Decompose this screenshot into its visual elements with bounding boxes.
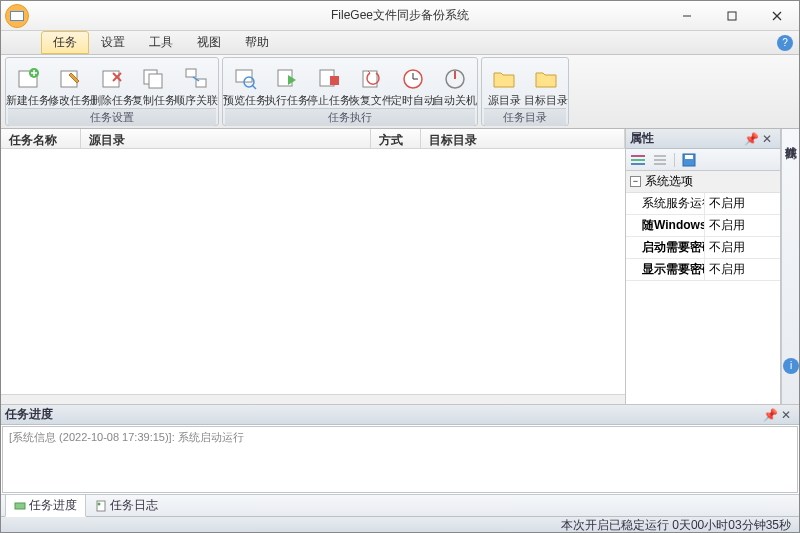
delete-task-icon — [98, 64, 126, 92]
property-row[interactable]: 显示需要密码不启用 — [626, 259, 780, 281]
task-list: 任务名称 源目录 方式 目标目录 — [1, 129, 626, 404]
stop-task-button[interactable]: 停止任务 — [309, 60, 349, 108]
col-source[interactable]: 源目录 — [81, 129, 371, 148]
new-task-icon — [14, 64, 42, 92]
svg-rect-36 — [685, 155, 693, 159]
sequence-link-button[interactable]: 顺序关联 — [176, 60, 216, 108]
col-method[interactable]: 方式 — [371, 129, 421, 148]
progress-tabs: 任务进度 任务日志 — [1, 494, 799, 516]
svg-rect-31 — [631, 163, 645, 165]
task-list-body[interactable] — [1, 149, 625, 394]
source-dir-button[interactable]: 源目录 — [484, 60, 524, 108]
svg-rect-13 — [149, 74, 162, 88]
pin-icon[interactable]: 📌 — [744, 132, 758, 146]
delete-task-button[interactable]: 删除任务 — [92, 60, 132, 108]
svg-rect-22 — [330, 76, 339, 85]
edit-task-icon — [56, 64, 84, 92]
timer-auto-icon — [399, 64, 427, 92]
progress-tab-icon — [14, 500, 26, 512]
menu-bar: 任务 设置 工具 视图 帮助 ? — [1, 31, 799, 55]
stop-task-icon — [315, 64, 343, 92]
main-area: 任务名称 源目录 方式 目标目录 属性 📌 ✕ − 系统选项 系统服务运行不启用… — [1, 129, 799, 404]
menu-help[interactable]: 帮助 — [233, 31, 281, 54]
svg-rect-29 — [631, 155, 645, 157]
svg-rect-38 — [97, 501, 105, 511]
task-list-header: 任务名称 源目录 方式 目标目录 — [1, 129, 625, 149]
properties-toolbar — [626, 149, 780, 171]
copy-task-button[interactable]: 复制任务 — [134, 60, 174, 108]
app-icon — [5, 4, 29, 28]
close-icon[interactable]: ✕ — [762, 132, 776, 146]
svg-rect-14 — [186, 69, 196, 77]
uptime-text: 本次开启已稳定运行 0天00小时03分钟35秒 — [561, 517, 791, 533]
log-entry: [系统信息 (2022-10-08 17:39:15)]: 系统启动运行 — [3, 427, 797, 448]
ribbon-group-label: 任务执行 — [225, 108, 475, 126]
title-bar: FileGee文件同步备份系统 — [1, 1, 799, 31]
menu-settings[interactable]: 设置 — [89, 31, 137, 54]
progress-header: 任务进度 📌 ✕ — [1, 405, 799, 425]
execute-task-icon — [273, 64, 301, 92]
ribbon-group-task-settings: 新建任务 修改任务 删除任务 复制任务 顺序关联 任务设置 — [5, 57, 219, 126]
ribbon-group-label: 任务设置 — [8, 108, 216, 126]
auto-shutdown-icon — [441, 64, 469, 92]
execute-task-button[interactable]: 执行任务 — [267, 60, 307, 108]
menu-tools[interactable]: 工具 — [137, 31, 185, 54]
new-task-button[interactable]: 新建任务 — [8, 60, 48, 108]
restore-file-icon — [357, 64, 385, 92]
side-help-icon[interactable]: i — [783, 358, 799, 374]
sort-icon[interactable] — [652, 153, 668, 167]
pin-icon[interactable]: 📌 — [763, 408, 777, 422]
target-dir-button[interactable]: 目标目录 — [526, 60, 566, 108]
preview-task-button[interactable]: 预览任务 — [225, 60, 265, 108]
status-bar: 本次开启已稳定运行 0天00小时03分钟35秒 — [1, 516, 799, 533]
collapse-icon[interactable]: − — [630, 176, 641, 187]
timer-auto-button[interactable]: 定时自动 — [393, 60, 433, 108]
auto-shutdown-button[interactable]: 自动关机 — [435, 60, 475, 108]
restore-file-button[interactable]: 恢复文件 — [351, 60, 391, 108]
close-button[interactable] — [754, 1, 799, 30]
preview-task-icon — [231, 64, 259, 92]
window-controls — [664, 1, 799, 30]
tab-progress[interactable]: 任务进度 — [5, 494, 86, 517]
ribbon-toolbar: 新建任务 修改任务 删除任务 复制任务 顺序关联 任务设置 — [1, 55, 799, 129]
svg-rect-1 — [728, 12, 736, 20]
edit-task-button[interactable]: 修改任务 — [50, 60, 90, 108]
minimize-button[interactable] — [664, 1, 709, 30]
ribbon-group-task-execute: 预览任务 执行任务 停止任务 恢复文件 定时自动 自动关机 — [222, 57, 478, 126]
ribbon-group-label: 任务目录 — [484, 108, 566, 126]
progress-panel: 任务进度 📌 ✕ [系统信息 (2022-10-08 17:39:15)]: 系… — [1, 404, 799, 516]
ribbon-group-task-dirs: 源目录 目标目录 任务目录 — [481, 57, 569, 126]
copy-task-icon — [140, 64, 168, 92]
properties-header: 属性 📌 ✕ — [626, 129, 780, 149]
menu-view[interactable]: 视图 — [185, 31, 233, 54]
property-category[interactable]: − 系统选项 — [626, 171, 780, 193]
property-row[interactable]: 启动需要密码不启用 — [626, 237, 780, 259]
maximize-button[interactable] — [709, 1, 754, 30]
horizontal-scrollbar[interactable] — [1, 394, 625, 404]
svg-rect-9 — [103, 71, 119, 87]
svg-rect-37 — [15, 503, 25, 509]
properties-body: − 系统选项 系统服务运行不启用 随Windows...不启用 启动需要密码不启… — [626, 171, 780, 404]
save-icon[interactable] — [681, 153, 697, 167]
property-row[interactable]: 随Windows...不启用 — [626, 215, 780, 237]
source-folder-icon — [490, 64, 518, 92]
svg-rect-30 — [631, 159, 645, 161]
side-tab-store[interactable]: 软件商城 i — [781, 129, 799, 404]
properties-panel: 属性 📌 ✕ − 系统选项 系统服务运行不启用 随Windows...不启用 启… — [626, 129, 781, 404]
log-tab-icon — [95, 500, 107, 512]
tab-log[interactable]: 任务日志 — [86, 494, 167, 517]
categorize-icon[interactable] — [630, 153, 646, 167]
target-folder-icon — [532, 64, 560, 92]
svg-point-39 — [98, 502, 101, 505]
svg-line-19 — [252, 85, 256, 89]
close-icon[interactable]: ✕ — [781, 408, 795, 422]
window-title: FileGee文件同步备份系统 — [331, 7, 469, 24]
help-icon[interactable]: ? — [777, 35, 793, 51]
sequence-link-icon — [182, 64, 210, 92]
col-target[interactable]: 目标目录 — [421, 129, 625, 148]
progress-body[interactable]: [系统信息 (2022-10-08 17:39:15)]: 系统启动运行 — [2, 426, 798, 493]
col-task-name[interactable]: 任务名称 — [1, 129, 81, 148]
menu-task[interactable]: 任务 — [41, 31, 89, 54]
property-row[interactable]: 系统服务运行不启用 — [626, 193, 780, 215]
